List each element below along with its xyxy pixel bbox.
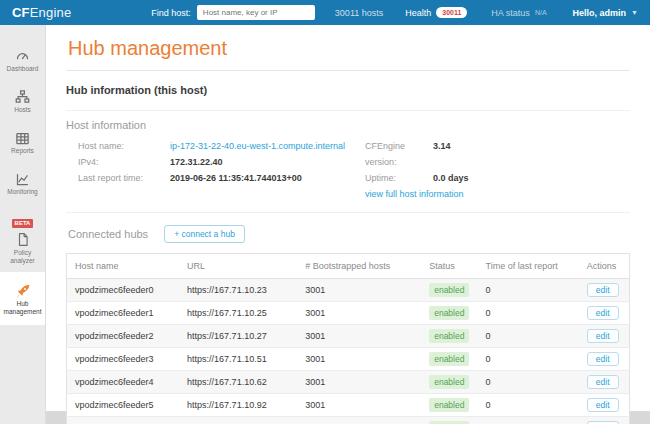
- view-full-host-information-link[interactable]: view full host information: [365, 186, 464, 202]
- table-header-row: Host name URL # Bootstrapped hosts Statu…: [67, 254, 630, 279]
- cell-last-report: 0: [477, 302, 578, 325]
- cell-host-name: vpodzimec6feeder2: [67, 325, 180, 348]
- connect-a-hub-button[interactable]: + connect a hub: [164, 225, 245, 243]
- cell-host-name: vpodzimec6feeder6: [67, 417, 180, 424]
- connected-hubs-header: Connected hubs + connect a hub: [66, 225, 630, 243]
- cell-bootstrapped: 3001: [297, 371, 421, 394]
- title-divider: [66, 70, 630, 71]
- host-information-heading: Host information: [66, 119, 630, 131]
- health-label: Health: [405, 8, 431, 18]
- find-host-group: Find host:: [151, 5, 315, 20]
- status-badge: enabled: [429, 398, 469, 412]
- host-info-row: view full host information: [365, 186, 469, 202]
- host-info-row: IPv4: 172.31.22.40: [78, 154, 365, 170]
- edit-button[interactable]: edit: [587, 283, 619, 297]
- field-label: Uptime:: [365, 170, 433, 186]
- cell-status: enabled: [421, 279, 477, 302]
- cell-actions: edit: [579, 417, 630, 424]
- search-input[interactable]: [197, 5, 315, 20]
- cell-host-name: vpodzimec6feeder4: [67, 371, 180, 394]
- hub-information-section-title: Hub information (this host): [66, 84, 630, 96]
- edit-button[interactable]: edit: [587, 352, 619, 366]
- cell-actions: edit: [579, 279, 630, 302]
- host-name-link[interactable]: ip-172-31-22-40.eu-west-1.compute.intern…: [170, 138, 345, 154]
- dashboard-gauge-icon: [1, 46, 44, 62]
- cell-host-name: vpodzimec6feeder0: [67, 279, 180, 302]
- cell-host-name: vpodzimec6feeder3: [67, 348, 180, 371]
- table-row: vpodzimec6feeder6 https://167.71.10.96 3…: [67, 417, 630, 424]
- sidebar-item-label: Hosts: [1, 106, 44, 114]
- sidebar-item-dashboard[interactable]: Dashboard: [0, 39, 45, 80]
- logo-cf: CF: [12, 5, 30, 20]
- health-indicator[interactable]: Health 30011: [405, 7, 467, 18]
- cell-actions: edit: [579, 302, 630, 325]
- cell-status: enabled: [421, 302, 477, 325]
- sidebar-item-label: Dashboard: [1, 65, 44, 73]
- cell-last-report: 0: [477, 348, 578, 371]
- sidebar-item-monitoring[interactable]: Monitoring: [0, 162, 45, 203]
- edit-button[interactable]: edit: [587, 375, 619, 389]
- cell-url: https://167.71.10.62: [179, 371, 297, 394]
- status-badge: enabled: [429, 306, 469, 320]
- hub-management-rocket-icon: [1, 281, 44, 297]
- sidebar-item-label: Hub management: [1, 300, 44, 316]
- sidebar-item-hub-management[interactable]: Hub management: [0, 272, 45, 325]
- cell-bootstrapped: 3001: [297, 279, 421, 302]
- column-header-status: Status: [421, 254, 477, 279]
- field-value: 172.31.22.40: [170, 154, 223, 170]
- edit-button[interactable]: edit: [587, 329, 619, 343]
- cell-bootstrapped: 3001: [297, 302, 421, 325]
- edit-button[interactable]: edit: [587, 306, 619, 320]
- cell-last-report: 0: [477, 417, 578, 424]
- column-header-url: URL: [179, 254, 297, 279]
- field-value: 3.14: [433, 138, 451, 170]
- beta-badge: BETA: [12, 219, 34, 228]
- table-row: vpodzimec6feeder0 https://167.71.10.23 3…: [67, 279, 630, 302]
- monitoring-chart-icon: [1, 169, 44, 185]
- column-header-last-report: Time of last report: [477, 254, 578, 279]
- cell-last-report: 0: [477, 325, 578, 348]
- cell-url: https://167.71.10.25: [179, 302, 297, 325]
- field-value: 0.0 days: [433, 170, 469, 186]
- cell-actions: edit: [579, 325, 630, 348]
- host-info-row: CFEngine version: 3.14: [365, 138, 469, 170]
- status-badge: enabled: [429, 283, 469, 297]
- host-info-left-column: Host name: ip-172-31-22-40.eu-west-1.com…: [78, 138, 365, 202]
- cell-bootstrapped: 3001: [297, 325, 421, 348]
- user-menu-label: Hello, admin: [573, 8, 627, 18]
- user-menu[interactable]: Hello, admin ▼: [573, 8, 638, 18]
- cell-url: https://167.71.10.51: [179, 348, 297, 371]
- host-info-row: Uptime: 0.0 days: [365, 170, 469, 186]
- column-header-actions: Actions: [579, 254, 630, 279]
- cell-last-report: 0: [477, 371, 578, 394]
- find-host-label: Find host:: [151, 8, 191, 18]
- cell-url: https://167.71.10.27: [179, 325, 297, 348]
- chevron-down-icon: ▼: [631, 9, 638, 16]
- cell-actions: edit: [579, 371, 630, 394]
- table-row: vpodzimec6feeder3 https://167.71.10.51 3…: [67, 348, 630, 371]
- edit-button[interactable]: edit: [587, 398, 619, 412]
- sidebar-item-policy-analyzer[interactable]: BETA Policy analyzer: [0, 204, 45, 272]
- policy-analyzer-file-icon: [1, 230, 44, 246]
- table-row: vpodzimec6feeder2 https://167.71.10.27 3…: [67, 325, 630, 348]
- status-badge: enabled: [429, 352, 469, 366]
- cell-url: https://167.71.10.96: [179, 417, 297, 424]
- field-label: Host name:: [78, 138, 170, 154]
- status-badge: enabled: [429, 329, 469, 343]
- field-label: CFEngine version:: [365, 138, 433, 170]
- cell-bootstrapped: 3001: [297, 394, 421, 417]
- column-header-host-name: Host name: [67, 254, 180, 279]
- cell-status: enabled: [421, 394, 477, 417]
- cell-url: https://167.71.10.92: [179, 394, 297, 417]
- cell-bootstrapped: 3001: [297, 348, 421, 371]
- sidebar-item-hosts[interactable]: Hosts: [0, 80, 45, 121]
- sidebar-item-reports[interactable]: Reports: [0, 121, 45, 162]
- field-value: 2019-06-26 11:35:41.744013+00: [170, 170, 302, 186]
- cfengine-logo[interactable]: CFEngine: [12, 5, 71, 20]
- cell-host-name: vpodzimec6feeder5: [67, 394, 180, 417]
- hosts-count: 30011 hosts: [335, 8, 383, 18]
- sidebar: Dashboard Hosts Reports Monitoring BETA: [0, 25, 46, 424]
- ha-status-label: HA status: [491, 8, 530, 18]
- health-count-badge: 30011: [436, 7, 467, 18]
- sidebar-item-label: Reports: [1, 147, 44, 155]
